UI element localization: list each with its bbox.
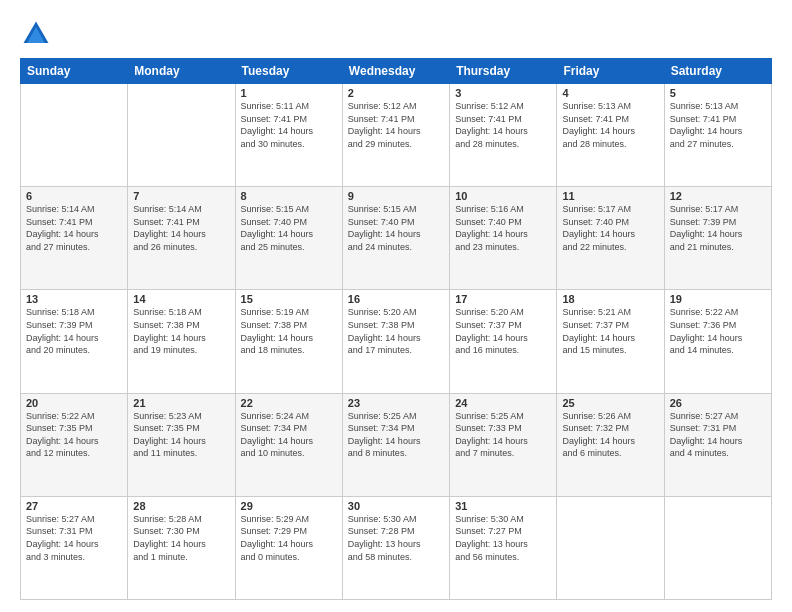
calendar-week-1: 1Sunrise: 5:11 AM Sunset: 7:41 PM Daylig… <box>21 84 772 187</box>
calendar: SundayMondayTuesdayWednesdayThursdayFrid… <box>20 58 772 600</box>
col-header-wednesday: Wednesday <box>342 59 449 84</box>
day-number: 30 <box>348 500 444 512</box>
calendar-cell: 13Sunrise: 5:18 AM Sunset: 7:39 PM Dayli… <box>21 290 128 393</box>
day-content: Sunrise: 5:15 AM Sunset: 7:40 PM Dayligh… <box>241 203 337 253</box>
calendar-cell: 3Sunrise: 5:12 AM Sunset: 7:41 PM Daylig… <box>450 84 557 187</box>
day-number: 4 <box>562 87 658 99</box>
calendar-cell: 6Sunrise: 5:14 AM Sunset: 7:41 PM Daylig… <box>21 187 128 290</box>
calendar-header-row: SundayMondayTuesdayWednesdayThursdayFrid… <box>21 59 772 84</box>
calendar-cell: 29Sunrise: 5:29 AM Sunset: 7:29 PM Dayli… <box>235 496 342 599</box>
calendar-cell: 24Sunrise: 5:25 AM Sunset: 7:33 PM Dayli… <box>450 393 557 496</box>
day-number: 11 <box>562 190 658 202</box>
calendar-cell: 23Sunrise: 5:25 AM Sunset: 7:34 PM Dayli… <box>342 393 449 496</box>
day-number: 12 <box>670 190 766 202</box>
day-content: Sunrise: 5:13 AM Sunset: 7:41 PM Dayligh… <box>670 100 766 150</box>
calendar-cell: 26Sunrise: 5:27 AM Sunset: 7:31 PM Dayli… <box>664 393 771 496</box>
calendar-cell: 18Sunrise: 5:21 AM Sunset: 7:37 PM Dayli… <box>557 290 664 393</box>
day-content: Sunrise: 5:25 AM Sunset: 7:34 PM Dayligh… <box>348 410 444 460</box>
day-content: Sunrise: 5:20 AM Sunset: 7:38 PM Dayligh… <box>348 306 444 356</box>
day-number: 2 <box>348 87 444 99</box>
col-header-sunday: Sunday <box>21 59 128 84</box>
calendar-cell: 8Sunrise: 5:15 AM Sunset: 7:40 PM Daylig… <box>235 187 342 290</box>
calendar-week-2: 6Sunrise: 5:14 AM Sunset: 7:41 PM Daylig… <box>21 187 772 290</box>
calendar-cell: 7Sunrise: 5:14 AM Sunset: 7:41 PM Daylig… <box>128 187 235 290</box>
calendar-cell: 27Sunrise: 5:27 AM Sunset: 7:31 PM Dayli… <box>21 496 128 599</box>
calendar-cell <box>21 84 128 187</box>
calendar-cell: 15Sunrise: 5:19 AM Sunset: 7:38 PM Dayli… <box>235 290 342 393</box>
calendar-cell: 10Sunrise: 5:16 AM Sunset: 7:40 PM Dayli… <box>450 187 557 290</box>
day-number: 21 <box>133 397 229 409</box>
calendar-cell: 1Sunrise: 5:11 AM Sunset: 7:41 PM Daylig… <box>235 84 342 187</box>
calendar-cell: 2Sunrise: 5:12 AM Sunset: 7:41 PM Daylig… <box>342 84 449 187</box>
day-number: 1 <box>241 87 337 99</box>
day-number: 31 <box>455 500 551 512</box>
calendar-cell: 31Sunrise: 5:30 AM Sunset: 7:27 PM Dayli… <box>450 496 557 599</box>
day-number: 14 <box>133 293 229 305</box>
logo <box>20 18 56 50</box>
day-content: Sunrise: 5:19 AM Sunset: 7:38 PM Dayligh… <box>241 306 337 356</box>
col-header-thursday: Thursday <box>450 59 557 84</box>
calendar-cell: 12Sunrise: 5:17 AM Sunset: 7:39 PM Dayli… <box>664 187 771 290</box>
day-number: 13 <box>26 293 122 305</box>
day-number: 15 <box>241 293 337 305</box>
day-content: Sunrise: 5:22 AM Sunset: 7:36 PM Dayligh… <box>670 306 766 356</box>
day-number: 5 <box>670 87 766 99</box>
day-number: 8 <box>241 190 337 202</box>
day-content: Sunrise: 5:13 AM Sunset: 7:41 PM Dayligh… <box>562 100 658 150</box>
calendar-cell: 5Sunrise: 5:13 AM Sunset: 7:41 PM Daylig… <box>664 84 771 187</box>
day-content: Sunrise: 5:16 AM Sunset: 7:40 PM Dayligh… <box>455 203 551 253</box>
day-content: Sunrise: 5:28 AM Sunset: 7:30 PM Dayligh… <box>133 513 229 563</box>
day-number: 22 <box>241 397 337 409</box>
col-header-saturday: Saturday <box>664 59 771 84</box>
calendar-cell: 16Sunrise: 5:20 AM Sunset: 7:38 PM Dayli… <box>342 290 449 393</box>
calendar-cell: 22Sunrise: 5:24 AM Sunset: 7:34 PM Dayli… <box>235 393 342 496</box>
day-number: 19 <box>670 293 766 305</box>
day-content: Sunrise: 5:18 AM Sunset: 7:39 PM Dayligh… <box>26 306 122 356</box>
day-content: Sunrise: 5:12 AM Sunset: 7:41 PM Dayligh… <box>348 100 444 150</box>
day-number: 24 <box>455 397 551 409</box>
day-content: Sunrise: 5:17 AM Sunset: 7:40 PM Dayligh… <box>562 203 658 253</box>
day-content: Sunrise: 5:30 AM Sunset: 7:27 PM Dayligh… <box>455 513 551 563</box>
day-number: 28 <box>133 500 229 512</box>
day-number: 7 <box>133 190 229 202</box>
day-content: Sunrise: 5:29 AM Sunset: 7:29 PM Dayligh… <box>241 513 337 563</box>
col-header-tuesday: Tuesday <box>235 59 342 84</box>
day-content: Sunrise: 5:14 AM Sunset: 7:41 PM Dayligh… <box>26 203 122 253</box>
day-content: Sunrise: 5:17 AM Sunset: 7:39 PM Dayligh… <box>670 203 766 253</box>
day-content: Sunrise: 5:18 AM Sunset: 7:38 PM Dayligh… <box>133 306 229 356</box>
calendar-cell: 21Sunrise: 5:23 AM Sunset: 7:35 PM Dayli… <box>128 393 235 496</box>
day-number: 25 <box>562 397 658 409</box>
day-number: 3 <box>455 87 551 99</box>
day-number: 23 <box>348 397 444 409</box>
day-number: 29 <box>241 500 337 512</box>
calendar-cell: 19Sunrise: 5:22 AM Sunset: 7:36 PM Dayli… <box>664 290 771 393</box>
day-content: Sunrise: 5:27 AM Sunset: 7:31 PM Dayligh… <box>26 513 122 563</box>
day-number: 20 <box>26 397 122 409</box>
day-content: Sunrise: 5:25 AM Sunset: 7:33 PM Dayligh… <box>455 410 551 460</box>
day-number: 26 <box>670 397 766 409</box>
calendar-cell: 20Sunrise: 5:22 AM Sunset: 7:35 PM Dayli… <box>21 393 128 496</box>
calendar-cell: 14Sunrise: 5:18 AM Sunset: 7:38 PM Dayli… <box>128 290 235 393</box>
day-content: Sunrise: 5:20 AM Sunset: 7:37 PM Dayligh… <box>455 306 551 356</box>
day-content: Sunrise: 5:21 AM Sunset: 7:37 PM Dayligh… <box>562 306 658 356</box>
calendar-cell <box>128 84 235 187</box>
day-content: Sunrise: 5:30 AM Sunset: 7:28 PM Dayligh… <box>348 513 444 563</box>
day-content: Sunrise: 5:14 AM Sunset: 7:41 PM Dayligh… <box>133 203 229 253</box>
col-header-friday: Friday <box>557 59 664 84</box>
day-number: 17 <box>455 293 551 305</box>
calendar-cell: 11Sunrise: 5:17 AM Sunset: 7:40 PM Dayli… <box>557 187 664 290</box>
day-number: 18 <box>562 293 658 305</box>
calendar-week-3: 13Sunrise: 5:18 AM Sunset: 7:39 PM Dayli… <box>21 290 772 393</box>
calendar-cell: 9Sunrise: 5:15 AM Sunset: 7:40 PM Daylig… <box>342 187 449 290</box>
calendar-cell: 30Sunrise: 5:30 AM Sunset: 7:28 PM Dayli… <box>342 496 449 599</box>
page-header <box>20 18 772 50</box>
calendar-week-4: 20Sunrise: 5:22 AM Sunset: 7:35 PM Dayli… <box>21 393 772 496</box>
day-content: Sunrise: 5:23 AM Sunset: 7:35 PM Dayligh… <box>133 410 229 460</box>
calendar-cell: 25Sunrise: 5:26 AM Sunset: 7:32 PM Dayli… <box>557 393 664 496</box>
day-content: Sunrise: 5:27 AM Sunset: 7:31 PM Dayligh… <box>670 410 766 460</box>
day-content: Sunrise: 5:26 AM Sunset: 7:32 PM Dayligh… <box>562 410 658 460</box>
calendar-cell: 17Sunrise: 5:20 AM Sunset: 7:37 PM Dayli… <box>450 290 557 393</box>
calendar-cell: 4Sunrise: 5:13 AM Sunset: 7:41 PM Daylig… <box>557 84 664 187</box>
logo-icon <box>20 18 52 50</box>
calendar-cell: 28Sunrise: 5:28 AM Sunset: 7:30 PM Dayli… <box>128 496 235 599</box>
